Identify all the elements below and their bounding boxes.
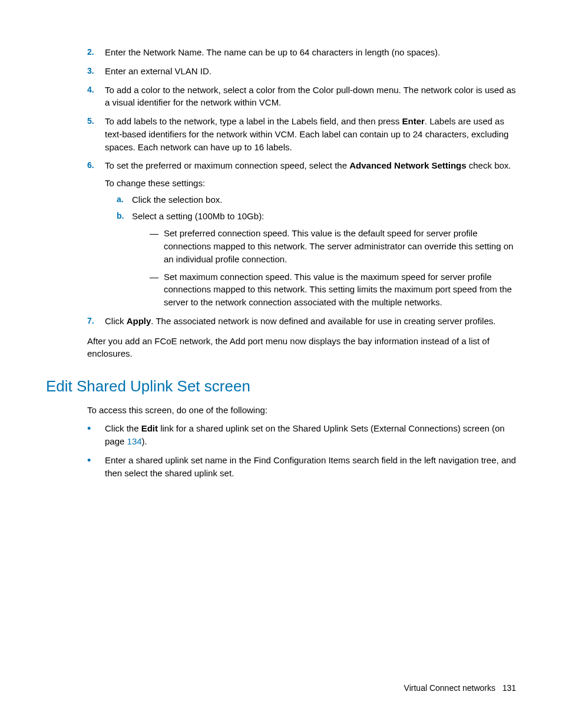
substep-b: b. Select a setting (100Mb to 10Gb): — S…: [105, 210, 516, 309]
text-post: . The associated network is now defined …: [151, 316, 495, 326]
dash-text: Set preferred connection speed. This val…: [164, 227, 516, 265]
bullet-marker: •: [87, 422, 105, 448]
bullet-marker: •: [87, 454, 105, 480]
bold-edit: Edit: [141, 423, 158, 433]
text-post: check box.: [467, 160, 511, 170]
dash-marker: —: [150, 227, 164, 265]
dash-item-1: — Set preferred connection speed. This v…: [132, 227, 516, 265]
bullet-mid: link for a shared uplink set on the Shar…: [105, 423, 505, 446]
bullet-2: • Enter a shared uplink set name in the …: [46, 454, 516, 480]
page-footer: Virtual Connect networks 131: [404, 682, 516, 694]
page-link-134[interactable]: 134: [127, 436, 142, 446]
dash-item-2: — Set maximum connection speed. This val…: [132, 271, 516, 309]
footer-page: 131: [503, 683, 516, 693]
bold-apply: Apply: [127, 316, 151, 326]
step-number: 2.: [87, 46, 105, 59]
step-number: 6.: [87, 159, 105, 309]
step-text: To set the preferred or maximum connecti…: [105, 159, 516, 309]
dash-marker: —: [150, 271, 164, 309]
bullet-pre: Click the: [105, 423, 141, 433]
step-number: 3.: [87, 65, 105, 78]
text-pre: Click: [105, 316, 127, 326]
change-line: To change these settings:: [105, 177, 516, 190]
step-text: To add a color to the network, select a …: [105, 84, 516, 110]
bullet-1: • Click the Edit link for a shared uplin…: [46, 422, 516, 448]
step-4: 4. To add a color to the network, select…: [46, 84, 516, 110]
bullet-text: Enter a shared uplink set name in the Fi…: [105, 454, 516, 480]
substep-marker: b.: [117, 210, 132, 309]
footer-section: Virtual Connect networks: [404, 683, 495, 693]
step-number: 4.: [87, 84, 105, 110]
text-pre: To set the preferred or maximum connecti…: [105, 160, 349, 170]
substep-a: a. Click the selection box.: [105, 193, 516, 206]
step-6: 6. To set the preferred or maximum conne…: [46, 159, 516, 309]
substep-b-text: Select a setting (100Mb to 10Gb):: [132, 211, 264, 221]
step-number: 7.: [87, 315, 105, 328]
step-text: Click Apply. The associated network is n…: [105, 315, 516, 328]
step-text: Enter an external VLAN ID.: [105, 65, 516, 78]
section-heading: Edit Shared Uplink Set screen: [46, 375, 516, 398]
bullet-text: Click the Edit link for a shared uplink …: [105, 422, 516, 448]
step-3: 3. Enter an external VLAN ID.: [46, 65, 516, 78]
bold-advanced: Advanced Network Settings: [349, 160, 466, 170]
substep-text: Select a setting (100Mb to 10Gb): — Set …: [132, 210, 516, 309]
step-number: 5.: [87, 115, 105, 153]
after-paragraph: After you add an FCoE network, the Add p…: [87, 335, 516, 361]
bullet-post: ).: [142, 436, 147, 446]
step-5: 5. To add labels to the network, type a …: [46, 115, 516, 153]
step-2: 2. Enter the Network Name. The name can …: [46, 46, 516, 59]
step-text: Enter the Network Name. The name can be …: [105, 46, 516, 59]
bold-enter: Enter: [402, 116, 425, 126]
step-7: 7. Click Apply. The associated network i…: [46, 315, 516, 328]
step-text: To add labels to the network, type a lab…: [105, 115, 516, 153]
text-pre: To add labels to the network, type a lab…: [105, 116, 402, 126]
section-intro: To access this screen, do one of the fol…: [87, 404, 516, 417]
substep-marker: a.: [117, 193, 132, 206]
dash-text: Set maximum connection speed. This value…: [164, 271, 516, 309]
substep-text: Click the selection box.: [132, 193, 516, 206]
